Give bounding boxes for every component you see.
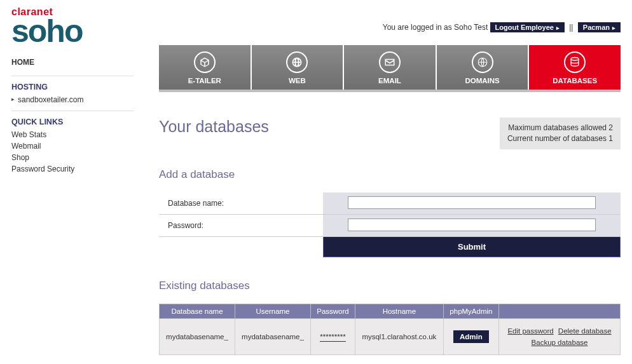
cube-icon: [194, 51, 216, 73]
table-header-row: Database name Username Password Hostname…: [160, 304, 621, 318]
table-row: mydatabasename_ mydatabasename_ ********…: [160, 318, 621, 355]
network-icon: [472, 51, 493, 73]
tab-label: EMAIL: [378, 77, 401, 84]
db-status-box: Maximum databases allowed 2 Current numb…: [500, 118, 621, 149]
cell-dbname: mydatabasename_: [160, 318, 235, 355]
col-password: Password: [311, 304, 355, 318]
admin-button[interactable]: Admin: [453, 330, 489, 343]
col-phpmyadmin: phpMyAdmin: [443, 304, 498, 318]
logout-button[interactable]: Logout Employee: [490, 22, 565, 32]
logged-in-username: Soho Test: [454, 23, 488, 32]
logo: claranet soho: [11, 6, 134, 45]
add-db-title: Add a database: [159, 168, 621, 181]
tab-databases[interactable]: DATABASES: [529, 45, 621, 90]
db-name-label: Database name:: [159, 192, 323, 214]
tab-label: WEB: [289, 77, 306, 84]
topbar-separator: ||: [569, 23, 573, 32]
main-content: You are logged in as Soho Test Logout Em…: [143, 0, 632, 364]
submit-button[interactable]: Submit: [323, 237, 621, 257]
product-tabs: E-TAILER WEB EMAIL DOMAINS DATABASES: [159, 45, 621, 92]
nav-hosting-item[interactable]: sandboxetailer.com: [11, 94, 134, 105]
tab-label: E-TAILER: [188, 77, 221, 84]
cell-username: mydatabasename_: [235, 318, 311, 355]
svg-point-1: [571, 58, 579, 61]
tab-email[interactable]: EMAIL: [344, 45, 436, 90]
status-current: Current number of databases 1: [507, 133, 613, 144]
logged-in-text: You are logged in as: [383, 23, 454, 32]
status-max: Maximum databases allowed 2: [507, 123, 613, 133]
logo-brand-bottom: soho: [11, 18, 134, 45]
col-dbname: Database name: [160, 304, 235, 318]
database-icon: [564, 51, 586, 73]
mail-icon: [379, 51, 401, 73]
tab-label: DATABASES: [553, 77, 597, 84]
col-hostname: Hostname: [355, 304, 443, 318]
nav-quicklink-shop[interactable]: Shop: [11, 152, 134, 163]
password-label: Password:: [159, 215, 323, 236]
password-input[interactable]: [348, 219, 596, 231]
topbar: You are logged in as Soho Test Logout Em…: [159, 0, 621, 45]
tab-web[interactable]: WEB: [252, 45, 343, 90]
col-actions: [499, 304, 621, 318]
nav-quicklink-webstats[interactable]: Web Stats: [11, 129, 134, 140]
nav-quicklink-password[interactable]: Password Security: [11, 163, 134, 175]
col-username: Username: [235, 304, 311, 318]
cell-hostname: mysql1.clarahost.co.uk: [355, 318, 443, 355]
pacman-button[interactable]: Pacman: [578, 22, 621, 32]
nav-quicklinks-title: QUICK LINKS: [11, 118, 134, 126]
nav-hosting-title: HOSTING: [11, 83, 134, 91]
nav-quicklink-webmail[interactable]: Webmail: [11, 140, 134, 152]
add-db-form: Database name: Password: Submit: [159, 192, 621, 257]
password-reveal[interactable]: *********: [320, 333, 345, 342]
delete-database-link[interactable]: Delete database: [558, 327, 612, 335]
existing-db-table: Database name Username Password Hostname…: [159, 304, 621, 356]
globe-icon: [286, 51, 308, 73]
sidebar: claranet soho HOME HOSTING sandboxetaile…: [0, 0, 143, 364]
tab-etailer[interactable]: E-TAILER: [159, 45, 251, 90]
tab-domains[interactable]: DOMAINS: [437, 45, 528, 90]
existing-db-title: Existing databases: [159, 280, 621, 292]
nav-home[interactable]: HOME: [11, 57, 134, 68]
edit-password-link[interactable]: Edit password: [507, 327, 553, 335]
page-title: Your databases: [159, 118, 269, 136]
tab-label: DOMAINS: [465, 77, 499, 84]
backup-database-link[interactable]: Backup database: [532, 339, 588, 346]
db-name-input[interactable]: [348, 196, 596, 209]
